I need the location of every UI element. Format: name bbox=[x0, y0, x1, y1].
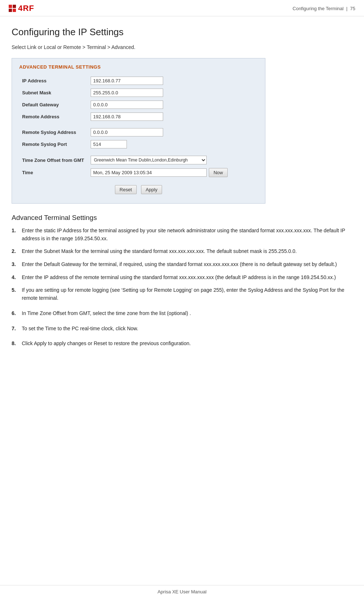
step-num-4: 4. bbox=[12, 274, 22, 282]
syslog-port-row: Remote Syslog Port bbox=[19, 138, 258, 150]
steps-list: 1.Enter the static IP Address for the te… bbox=[12, 227, 352, 348]
remote-address-input-cell bbox=[87, 111, 258, 123]
timezone-input-cell: Greenwich Mean Time Dublin,London,Edinbu… bbox=[87, 154, 258, 166]
time-row: Time Now bbox=[19, 166, 258, 179]
step-text-5: If you are setting up for remote logging… bbox=[22, 286, 352, 302]
step-item-1: 1.Enter the static IP Address for the te… bbox=[12, 227, 352, 242]
page-separator: | bbox=[345, 6, 350, 11]
page-header: 4RF Configuring the Terminal | 75 bbox=[0, 0, 364, 16]
step-text-3: Enter the Default Gateway for the termin… bbox=[22, 261, 352, 269]
syslog-port-label: Remote Syslog Port bbox=[19, 138, 87, 150]
step-item-3: 3.Enter the Default Gateway for the term… bbox=[12, 261, 352, 269]
step-text-1: Enter the static IP Address for the term… bbox=[22, 227, 352, 242]
page-footer: Aprisa XE User Manual bbox=[0, 585, 364, 594]
reset-button[interactable]: Reset bbox=[115, 185, 137, 194]
section-heading: Advanced Terminal Settings bbox=[12, 214, 352, 222]
intro-text: Select Link or Local or Remote > Termina… bbox=[12, 44, 352, 50]
remote-address-input[interactable] bbox=[91, 113, 163, 121]
default-gateway-row: Default Gateway bbox=[19, 99, 258, 111]
default-gateway-input-cell bbox=[87, 99, 258, 111]
buttons-row: Reset Apply bbox=[19, 179, 258, 196]
subnet-mask-input[interactable] bbox=[91, 89, 163, 97]
step-num-7: 7. bbox=[12, 325, 22, 333]
logo-area: 4RF bbox=[9, 4, 34, 13]
step-num-5: 5. bbox=[12, 286, 22, 294]
now-button[interactable]: Now bbox=[209, 168, 228, 177]
remote-address-row: Remote Address bbox=[19, 111, 258, 123]
step-text-7: To set the Time to the PC real-time cloc… bbox=[22, 325, 352, 333]
step-text-6: In Time Zone Offset from GMT, select the… bbox=[22, 310, 352, 318]
default-gateway-input[interactable] bbox=[91, 101, 163, 109]
timezone-label: Time Zone Offset from GMT bbox=[19, 154, 87, 166]
step-num-1: 1. bbox=[12, 227, 22, 235]
logo-sq-1 bbox=[9, 5, 12, 8]
logo-icon: 4RF bbox=[9, 4, 34, 13]
logo-sq-3 bbox=[9, 9, 12, 12]
ip-address-label: IP Address bbox=[19, 75, 87, 87]
time-input[interactable] bbox=[91, 168, 207, 177]
time-row-inner: Now bbox=[91, 168, 255, 177]
spacer-2 bbox=[19, 150, 258, 154]
step-num-3: 3. bbox=[12, 261, 22, 269]
timezone-select[interactable]: Greenwich Mean Time Dublin,London,Edinbu… bbox=[91, 156, 207, 164]
step-item-8: 8.Click Apply to apply changes or Reset … bbox=[12, 340, 352, 348]
step-num-2: 2. bbox=[12, 248, 22, 255]
logo-sq-2 bbox=[13, 5, 16, 8]
step-text-8: Click Apply to apply changes or Reset to… bbox=[22, 340, 352, 348]
syslog-port-input-cell bbox=[87, 138, 258, 150]
ip-address-input[interactable] bbox=[91, 77, 163, 85]
step-item-7: 7.To set the Time to the PC real-time cl… bbox=[12, 325, 352, 333]
page-number: 75 bbox=[350, 6, 355, 11]
button-row: Reset Apply bbox=[22, 181, 255, 194]
syslog-address-label: Remote Syslog Address bbox=[19, 126, 87, 138]
timezone-row: Time Zone Offset from GMT Greenwich Mean… bbox=[19, 154, 258, 166]
main-content: Configuring the IP Settings Select Link … bbox=[0, 16, 364, 377]
step-item-6: 6.In Time Zone Offset from GMT, select t… bbox=[12, 310, 352, 318]
logo-squares bbox=[9, 5, 16, 12]
step-item-4: 4.Enter the IP address of the remote ter… bbox=[12, 274, 352, 282]
time-input-cell: Now bbox=[87, 166, 258, 179]
logo-sq-4 bbox=[13, 9, 16, 12]
panel-title: ADVANCED TERMINAL SETTINGS bbox=[19, 64, 258, 70]
step-item-2: 2.Enter the Subnet Mask for the terminal… bbox=[12, 248, 352, 255]
logo-text: 4RF bbox=[18, 4, 34, 13]
step-num-8: 8. bbox=[12, 340, 22, 348]
step-num-6: 6. bbox=[12, 310, 22, 318]
page-title: Configuring the IP Settings bbox=[12, 26, 352, 38]
remote-address-label: Remote Address bbox=[19, 111, 87, 123]
step-item-5: 5.If you are setting up for remote loggi… bbox=[12, 286, 352, 302]
default-gateway-label: Default Gateway bbox=[19, 99, 87, 111]
step-text-4: Enter the IP address of the remote termi… bbox=[22, 274, 352, 282]
syslog-address-input-cell bbox=[87, 126, 258, 138]
syslog-address-input[interactable] bbox=[91, 128, 163, 136]
ip-address-row: IP Address bbox=[19, 75, 258, 87]
spacer-1 bbox=[19, 123, 258, 126]
header-chapter: Configuring the Terminal | 75 bbox=[293, 6, 355, 11]
settings-panel: ADVANCED TERMINAL SETTINGS IP Address Su… bbox=[12, 58, 265, 204]
syslog-address-row: Remote Syslog Address bbox=[19, 126, 258, 138]
settings-form-table: IP Address Subnet Mask bbox=[19, 75, 258, 196]
subnet-mask-input-cell bbox=[87, 87, 258, 99]
chapter-title: Configuring the Terminal bbox=[293, 6, 344, 11]
subnet-mask-row: Subnet Mask bbox=[19, 87, 258, 99]
step-text-2: Enter the Subnet Mask for the terminal u… bbox=[22, 248, 352, 255]
subnet-mask-label: Subnet Mask bbox=[19, 87, 87, 99]
ip-address-input-cell bbox=[87, 75, 258, 87]
footer-text: Aprisa XE User Manual bbox=[157, 589, 206, 594]
syslog-port-input[interactable] bbox=[91, 140, 127, 148]
apply-button[interactable]: Apply bbox=[141, 185, 162, 194]
time-label: Time bbox=[19, 166, 87, 179]
